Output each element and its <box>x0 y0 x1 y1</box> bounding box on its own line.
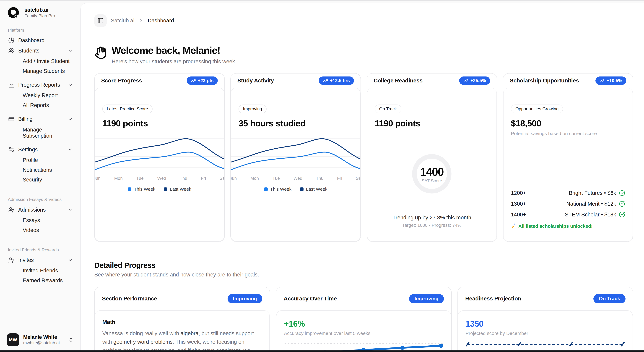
sidebar-item-add-invite-student[interactable]: Add / Invite Student <box>20 57 75 66</box>
sidebar-item-invited-friends[interactable]: Invited Friends <box>20 266 75 275</box>
trending-up-icon <box>323 78 328 83</box>
chevrons-up-down-icon <box>68 337 74 342</box>
nav-section-admissions: Admission Essays & Videos <box>8 197 75 202</box>
readiness-projection-card: Readiness Projection On Track 1350 Proje… <box>458 287 633 352</box>
sidebar-item-dashboard[interactable]: Dashboard <box>6 35 75 46</box>
credit-card-icon <box>8 116 14 122</box>
detailed-progress-title: Detailed Progress <box>94 261 633 269</box>
check-circle-icon <box>619 201 625 207</box>
sidebar-toggle-button[interactable] <box>94 15 107 27</box>
status-badge: +25.5% <box>459 77 490 85</box>
detailed-progress-subtitle: See where your student stands and how cl… <box>94 272 633 278</box>
brand[interactable]: satclub.ai Family Plan Pro <box>6 6 75 20</box>
week-line-chart <box>94 134 224 174</box>
x-axis-labels: SunMonTueWedThuFriSat <box>231 176 360 181</box>
sidebar-item-label: Progress Reports <box>18 82 60 88</box>
trending-up-icon <box>464 78 468 83</box>
user-menu[interactable]: MW Melanie White mwhite@satclub.ai <box>4 331 76 348</box>
stat-cards-row: Score Progress +23 pts Latest Practice S… <box>94 73 633 242</box>
user-plus-icon <box>8 257 14 263</box>
window-top-edge <box>0 0 644 1</box>
sidebar-item-security[interactable]: Security <box>20 175 75 185</box>
sidebar-item-billing[interactable]: Billing <box>6 114 75 124</box>
sidebar-item-progress-reports[interactable]: Progress Reports <box>6 80 75 90</box>
sidebar-item-label: Students <box>18 48 40 54</box>
user-email: mwhite@satclub.ai <box>23 340 60 346</box>
accuracy-subtitle: Accuracy improvement over last 5 weeks <box>284 330 444 336</box>
status-badge: On Track <box>594 294 625 303</box>
waving-hand-icon <box>93 45 109 60</box>
nav-section-platform: Platform <box>8 28 75 33</box>
card-title: Accuracy Over Time <box>284 295 337 302</box>
scholarship-row: 1300+ National Merit • $12k <box>511 198 625 209</box>
welcome-header: Welcome back, Melanie! Here's how your s… <box>94 45 633 65</box>
sidebar-item-admissions[interactable]: Admissions <box>6 205 75 215</box>
scholarship-row: 1400+ STEM Scholar • $18k <box>511 209 625 220</box>
check-circle-icon <box>619 211 625 218</box>
card-title: Scholarship Opportunities <box>510 77 579 84</box>
sidebar-item-label: Admissions <box>18 207 46 213</box>
card-title: Score Progress <box>101 77 142 84</box>
progress-subnav: Weekly Report All Reports <box>15 91 75 110</box>
breadcrumb-current: Dashboard <box>148 18 174 24</box>
gauge-label: SAT Score <box>410 178 454 183</box>
sidebar-item-label: Settings <box>18 147 38 153</box>
sidebar-item-manage-subscription[interactable]: Manage Subscription <box>20 125 75 141</box>
tag-pill: Latest Practice Score <box>102 105 152 113</box>
tag-pill: On Track <box>375 105 401 113</box>
line-chart-icon <box>8 82 14 88</box>
brand-plan: Family Plan Pro <box>24 13 55 18</box>
subject-title: Math <box>102 319 262 325</box>
admissions-subnav: Essays Videos <box>15 215 75 235</box>
user-plus-icon <box>8 207 14 213</box>
page-title: Welcome back, Melanie! <box>112 45 236 56</box>
sidebar-item-essays[interactable]: Essays <box>20 215 75 225</box>
sidebar-item-earned-rewards[interactable]: Earned Rewards <box>20 275 75 285</box>
page-subtitle: Here's how your students are progressing… <box>112 59 236 65</box>
sidebar-item-notifications[interactable]: Notifications <box>20 165 75 175</box>
trend-text: Trending up by 27.3% this month <box>375 215 489 221</box>
this-week-swatch <box>128 187 132 191</box>
content-panel: Satclub.ai Dashboard Welcome back, Melan… <box>80 3 644 352</box>
sidebar-item-profile[interactable]: Profile <box>20 155 75 165</box>
study-activity-card: Study Activity +12.5 hrs Improving 35 ho… <box>230 73 361 242</box>
satclub-logo-icon <box>6 6 20 20</box>
sidebar-item-weekly-report[interactable]: Weekly Report <box>20 91 75 101</box>
sidebar-item-all-reports[interactable]: All Reports <box>20 100 75 110</box>
status-badge: +10.5% <box>596 77 626 85</box>
tag-pill: Opportunities Growing <box>511 105 563 113</box>
chevron-down-icon <box>68 257 73 263</box>
projected-score: 1350 <box>466 319 625 328</box>
sidebar-item-label: Invites <box>18 257 34 263</box>
card-title: Readiness Projection <box>465 295 521 302</box>
dashboard-app: satclub.ai Family Plan Pro Platform Dash… <box>0 0 644 352</box>
status-badge: Improving <box>409 294 444 303</box>
sidebar-item-manage-students[interactable]: Manage Students <box>20 66 75 76</box>
status-badge: Improving <box>228 294 262 303</box>
billing-subnav: Manage Subscription <box>15 125 75 141</box>
sidebar-item-label: Billing <box>18 116 32 122</box>
panel-left-icon <box>98 18 104 24</box>
chevron-down-icon <box>68 147 73 152</box>
gauge-value: 1400 <box>410 166 454 178</box>
sidebar-item-videos[interactable]: Videos <box>20 225 75 235</box>
accuracy-delta: +16% <box>284 319 444 328</box>
detailed-cards-row: Section Performance Improving Math Vanes… <box>94 287 633 352</box>
sidebar-item-label: Dashboard <box>18 37 44 44</box>
chevron-down-icon <box>68 82 73 88</box>
trending-up-icon <box>191 78 196 83</box>
users-icon <box>8 48 14 54</box>
chevron-down-icon <box>68 48 73 54</box>
breadcrumb-root[interactable]: Satclub.ai <box>111 18 134 24</box>
sidebar-item-students[interactable]: Students <box>6 46 75 56</box>
card-subtitle: Potential savings based on current score <box>511 131 625 136</box>
sat-score-gauge: 1400 SAT Score <box>410 152 454 196</box>
target-text: Target: 1600 • Progress: 74% <box>375 223 489 234</box>
sidebar-item-invites[interactable]: Invites <box>6 255 75 265</box>
last-week-swatch <box>300 187 304 191</box>
card-value: 1190 points <box>102 118 216 129</box>
sidebar-item-settings[interactable]: Settings <box>6 144 75 155</box>
x-axis-labels: SunMonTueWedThuFriSat <box>94 176 224 181</box>
party-popper-icon <box>511 223 516 229</box>
invites-subnav: Invited Friends Earned Rewards <box>15 266 75 285</box>
